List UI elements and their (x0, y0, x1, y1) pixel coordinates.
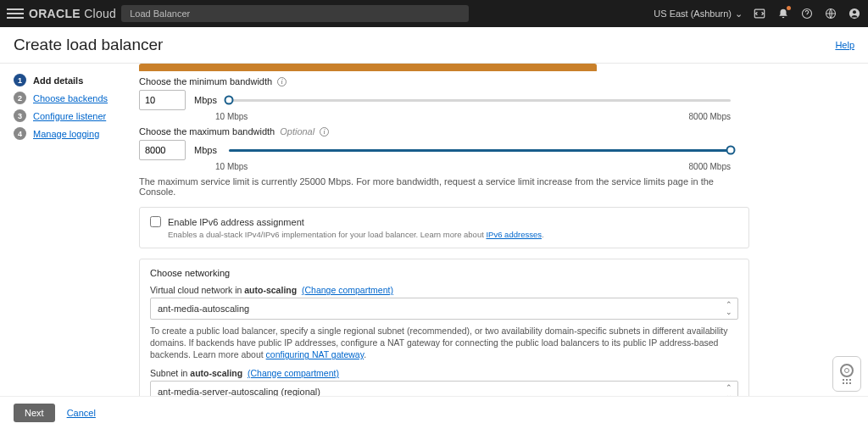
info-icon[interactable]: i (320, 127, 329, 136)
page-header: Create load balancer Help (0, 27, 868, 64)
slider-tick-high: 8000 Mbps (689, 112, 731, 121)
service-limit-text: The maximum service limit is currently 2… (139, 176, 749, 197)
wizard-step-add-details[interactable]: 1 Add details (14, 74, 125, 86)
bell-icon[interactable] (776, 7, 790, 20)
nav-right: US East (Ashburn) ⌄ (654, 7, 861, 20)
min-bandwidth-slider[interactable] (229, 99, 731, 102)
wizard-step-choose-backends[interactable]: 2 Choose backends (14, 92, 125, 104)
min-bandwidth-input[interactable] (139, 90, 186, 110)
top-nav: ORACLE Cloud Load Balancer US East (Ashb… (0, 0, 868, 27)
wizard-step-label: Manage logging (33, 129, 99, 139)
min-bandwidth-label: Choose the minimum bandwidth i (139, 76, 749, 86)
slider-tick-high: 8000 Mbps (689, 162, 731, 171)
ipv6-check-row[interactable]: Enable IPv6 address assignment (150, 216, 738, 227)
networking-panel: Choose networking Virtual cloud network … (139, 259, 749, 408)
networking-heading: Choose networking (150, 268, 738, 278)
unit-label: Mbps (194, 95, 217, 105)
help-link[interactable]: Help (835, 40, 854, 50)
max-bandwidth-slider[interactable] (229, 149, 731, 152)
user-icon[interactable] (848, 7, 861, 20)
menu-icon[interactable] (7, 5, 24, 22)
wizard-step-manage-logging[interactable]: 4 Manage logging (14, 127, 125, 140)
wizard-step-label: Add details (33, 75, 83, 86)
slider-tick-low: 10 Mbps (215, 112, 248, 121)
unit-label: Mbps (194, 145, 217, 155)
networking-help-text: To create a public load balancer, specif… (150, 325, 738, 361)
page-title: Create load balancer (14, 36, 163, 54)
max-bandwidth-label: Choose the maximum bandwidth Optional i (139, 126, 749, 136)
ipv6-checkbox[interactable] (150, 216, 161, 227)
chevron-down-icon: ⌄ (735, 8, 743, 20)
main-content: Choose the minimum bandwidth i Mbps 10 M… (134, 64, 868, 408)
nat-gateway-link[interactable]: configuring NAT gateway (266, 349, 364, 359)
dev-tools-icon[interactable] (753, 7, 766, 20)
subnet-label: Subnet in auto-scaling (Change compartme… (150, 368, 738, 378)
footer: Next Cancel (0, 396, 868, 429)
next-button[interactable]: Next (14, 404, 55, 422)
ipv6-panel: Enable IPv6 address assignment Enables a… (139, 207, 749, 248)
floating-help-button[interactable] (832, 356, 861, 392)
cancel-link[interactable]: Cancel (67, 408, 96, 418)
info-icon[interactable]: i (277, 77, 287, 86)
max-bandwidth-input[interactable] (139, 140, 186, 160)
search-input[interactable]: Load Balancer (121, 5, 469, 22)
wizard-step-label: Choose backends (33, 93, 108, 103)
svg-point-4 (853, 10, 856, 14)
vcn-change-compartment-link[interactable]: (Change compartment) (302, 285, 393, 295)
vcn-value: ant-media-autoscaling (158, 304, 249, 314)
brand: ORACLE Cloud (29, 7, 116, 20)
region-selector[interactable]: US East (Ashburn) ⌄ (654, 8, 743, 20)
wizard-step-configure-listener[interactable]: 3 Configure listener (14, 109, 125, 122)
chevron-down-icon: ⌄ (726, 309, 732, 316)
wizard-nav: 1 Add details 2 Choose backends 3 Config… (0, 64, 134, 408)
vcn-select[interactable]: ant-media-autoscaling ⌃ ⌄ (150, 298, 738, 320)
vcn-label: Virtual cloud network in auto-scaling (C… (150, 285, 738, 295)
ipv6-label: Enable IPv6 address assignment (168, 217, 304, 227)
wizard-step-label: Configure listener (33, 111, 106, 121)
subnet-change-compartment-link[interactable]: (Change compartment) (248, 368, 339, 378)
region-label: US East (Ashburn) (654, 8, 732, 19)
slider-tick-low: 10 Mbps (215, 162, 248, 171)
drag-handle-icon (843, 379, 852, 385)
ipv6-desc: Enables a dual-stack IPv4/IPv6 implement… (168, 230, 738, 239)
globe-icon[interactable] (824, 7, 837, 20)
subnet-value: ant-media-server-autoscaling (regional) (158, 387, 320, 397)
slider-thumb[interactable] (726, 146, 736, 155)
help-icon[interactable] (800, 7, 814, 20)
slider-thumb[interactable] (224, 96, 233, 105)
ipv6-learn-link[interactable]: IPv6 addresses (486, 230, 541, 239)
lifebuoy-icon (840, 364, 854, 377)
